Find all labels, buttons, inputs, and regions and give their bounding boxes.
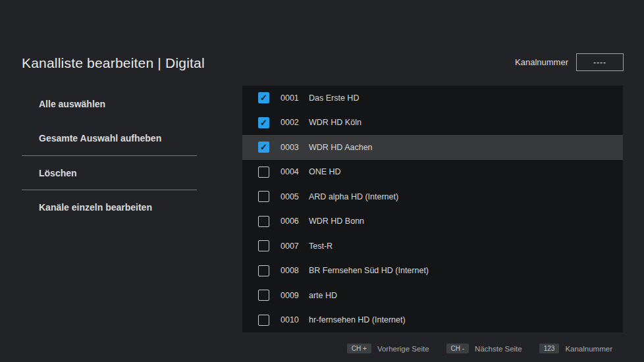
channel-row[interactable]: ✓0001Das Erste HD <box>242 86 623 111</box>
channel-name: hr-fernsehen HD (Internet) <box>309 315 406 324</box>
checkbox-unchecked-icon[interactable] <box>258 265 269 276</box>
remote-key-hint: CH -Nächste Seite <box>446 344 522 353</box>
channel-number: 0006 <box>281 217 301 226</box>
menu-item-label: Kanäle einzeln bearbeiten <box>39 202 152 213</box>
channel-row[interactable]: ✓0002WDR HD Köln <box>242 111 623 136</box>
remote-key-hint: CH +Vorherige Seite <box>347 344 429 353</box>
channel-name: Test-R <box>309 242 333 251</box>
remote-key-badge: CH - <box>446 344 470 353</box>
channel-name: WDR HD Bonn <box>309 217 364 226</box>
remote-key-hint: 123Kanalnummer <box>539 344 612 353</box>
channel-number: 0003 <box>281 143 301 152</box>
checkbox-unchecked-icon[interactable] <box>258 240 269 251</box>
channel-number: 0002 <box>281 118 301 127</box>
channel-row[interactable]: 0007Test-R <box>242 234 623 259</box>
sidebar-menu: Alle auswählen Gesamte Auswahl aufheben … <box>22 87 197 224</box>
checkbox-unchecked-icon[interactable] <box>258 191 269 202</box>
channel-name: ONE HD <box>309 167 341 176</box>
channel-number: 0004 <box>281 167 301 176</box>
menu-item-label: Alle auswählen <box>39 99 105 109</box>
menu-item-select-all[interactable]: Alle auswählen <box>22 87 197 121</box>
checkbox-checked-icon[interactable]: ✓ <box>258 117 269 128</box>
channel-row[interactable]: ✓0003WDR HD Aachen <box>242 135 623 160</box>
channel-number-group: Kanalnummer ---- <box>515 53 624 71</box>
remote-key-label: Vorherige Seite <box>377 345 429 353</box>
checkbox-unchecked-icon[interactable] <box>258 290 269 301</box>
menu-item-label: Gesamte Auswahl aufheben <box>39 133 161 143</box>
page-title: Kanalliste bearbeiten | Digital <box>22 55 205 71</box>
channel-row[interactable]: 0005ARD alpha HD (Internet) <box>242 184 623 209</box>
channel-name: arte HD <box>309 291 337 300</box>
channel-number-label: Kanalnummer <box>515 57 568 67</box>
checkbox-unchecked-icon[interactable] <box>258 167 269 178</box>
channel-number: 0001 <box>281 93 301 103</box>
channel-row[interactable]: 0006WDR HD Bonn <box>242 209 623 234</box>
channel-list: ✓0001Das Erste HD✓0002WDR HD Köln✓0003WD… <box>242 86 623 332</box>
remote-key-badge: 123 <box>539 344 560 353</box>
menu-item-edit-individually[interactable]: Kanäle einzeln bearbeiten <box>22 190 197 224</box>
checkbox-checked-icon[interactable]: ✓ <box>258 142 269 153</box>
channel-name: Das Erste HD <box>309 93 359 103</box>
channel-row[interactable]: 0010hr-fernsehen HD (Internet) <box>242 308 623 333</box>
menu-item-delete[interactable]: Löschen <box>22 155 197 190</box>
menu-item-label: Löschen <box>39 168 77 178</box>
channel-number: 0007 <box>281 242 301 251</box>
checkbox-unchecked-icon[interactable] <box>258 315 269 326</box>
remote-key-label: Kanalnummer <box>565 345 612 353</box>
channel-name: ARD alpha HD (Internet) <box>309 192 398 201</box>
channel-number: 0010 <box>281 315 301 324</box>
remote-key-badge: CH + <box>347 344 371 353</box>
channel-edit-screen: Kanalliste bearbeiten | Digital Kanalnum… <box>0 0 644 362</box>
channel-row[interactable]: 0008BR Fernsehen Süd HD (Internet) <box>242 259 623 284</box>
channel-number-input[interactable]: ---- <box>576 53 624 71</box>
menu-item-deselect-all[interactable]: Gesamte Auswahl aufheben <box>22 121 197 155</box>
channel-name: WDR HD Köln <box>309 118 362 127</box>
channel-name: BR Fernsehen Süd HD (Internet) <box>309 266 429 275</box>
channel-number: 0005 <box>281 192 301 201</box>
checkbox-checked-icon[interactable]: ✓ <box>258 92 269 103</box>
remote-key-label: Nächste Seite <box>475 345 522 353</box>
channel-number: 0009 <box>281 291 301 300</box>
channel-number: 0008 <box>281 266 301 275</box>
channel-row[interactable]: 0004ONE HD <box>242 160 623 185</box>
channel-name: WDR HD Aachen <box>309 143 373 152</box>
checkbox-unchecked-icon[interactable] <box>258 216 269 227</box>
footer-hints: CH +Vorherige SeiteCH -Nächste Seite123K… <box>347 344 612 353</box>
channel-row[interactable]: 0009arte HD <box>242 283 623 308</box>
